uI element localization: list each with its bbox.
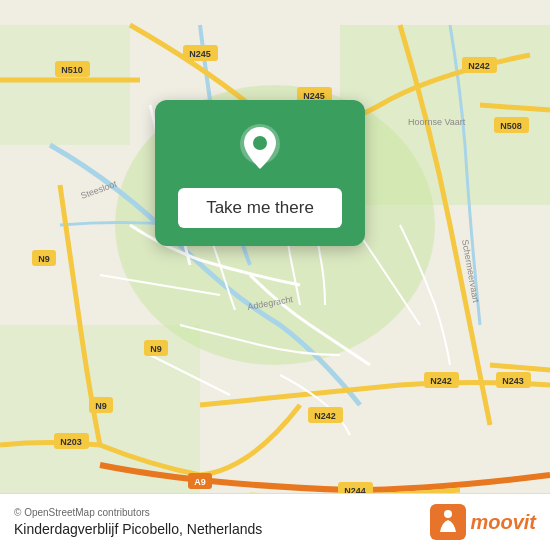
- svg-text:N242: N242: [430, 376, 452, 386]
- map-svg: N510 N245 N245 N242 N508 N9 N9 N9 N242: [0, 0, 550, 550]
- svg-rect-3: [0, 25, 130, 145]
- svg-rect-2: [340, 25, 550, 205]
- svg-text:N510: N510: [61, 65, 83, 75]
- svg-text:N9: N9: [150, 344, 162, 354]
- map-container: N510 N245 N245 N242 N508 N9 N9 N9 N242: [0, 0, 550, 550]
- take-me-there-button[interactable]: Take me there: [178, 188, 342, 228]
- svg-text:N245: N245: [189, 49, 211, 59]
- svg-text:N203: N203: [60, 437, 82, 447]
- svg-text:N242: N242: [314, 411, 336, 421]
- moovit-text: moovit: [470, 511, 536, 534]
- pin-icon: [234, 122, 286, 174]
- svg-text:N243: N243: [502, 376, 524, 386]
- svg-text:N9: N9: [38, 254, 50, 264]
- bottom-left: © OpenStreetMap contributors Kinderdagve…: [14, 507, 262, 537]
- svg-text:Hoornse Vaart: Hoornse Vaart: [408, 117, 466, 127]
- svg-text:N508: N508: [500, 121, 522, 131]
- svg-text:N242: N242: [468, 61, 490, 71]
- bottom-bar: © OpenStreetMap contributors Kinderdagve…: [0, 493, 550, 550]
- map-background: N510 N245 N245 N242 N508 N9 N9 N9 N242: [0, 0, 550, 550]
- svg-point-43: [444, 510, 452, 518]
- svg-text:N9: N9: [95, 401, 107, 411]
- location-name: Kinderdagverblijf Picobello, Netherlands: [14, 521, 262, 537]
- svg-text:A9: A9: [194, 477, 206, 487]
- location-card: Take me there: [155, 100, 365, 246]
- moovit-logo: moovit: [430, 504, 536, 540]
- svg-point-41: [253, 136, 267, 150]
- attribution: © OpenStreetMap contributors: [14, 507, 262, 518]
- moovit-icon-svg: [430, 504, 466, 540]
